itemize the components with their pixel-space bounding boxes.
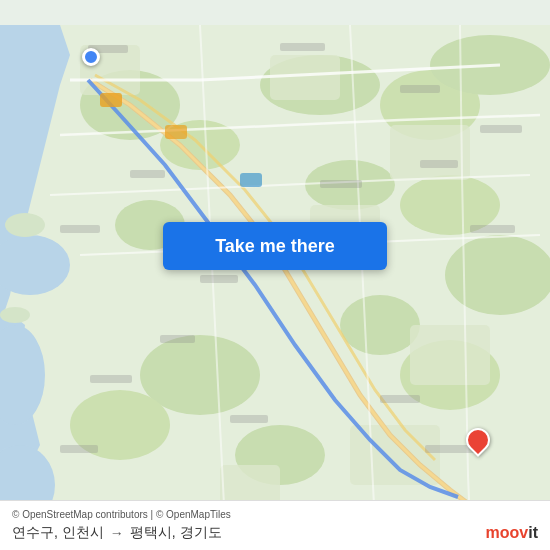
- destination-marker: [466, 428, 490, 460]
- origin-marker: [82, 48, 100, 66]
- svg-rect-34: [160, 335, 195, 343]
- svg-point-5: [0, 307, 30, 323]
- take-me-there-button[interactable]: Take me there: [163, 222, 387, 270]
- moovit-brand-plain: it: [528, 524, 538, 541]
- svg-rect-41: [480, 125, 522, 133]
- moovit-brand-colored: moov: [486, 524, 529, 541]
- origin-label: 연수구, 인천시: [12, 524, 104, 542]
- svg-rect-31: [130, 170, 165, 178]
- bottom-bar: © OpenStreetMap contributors | © OpenMap…: [0, 500, 550, 550]
- route-arrow-icon: →: [110, 525, 124, 541]
- map-background: [0, 0, 550, 550]
- svg-rect-36: [60, 445, 98, 453]
- svg-rect-40: [470, 225, 515, 233]
- svg-rect-21: [270, 55, 340, 100]
- svg-rect-28: [280, 43, 325, 51]
- svg-rect-33: [200, 275, 238, 283]
- svg-rect-44: [165, 125, 187, 139]
- svg-rect-32: [60, 225, 100, 233]
- svg-rect-29: [400, 85, 440, 93]
- svg-rect-24: [410, 325, 490, 385]
- svg-point-4: [5, 213, 45, 237]
- svg-rect-37: [380, 395, 420, 403]
- destination-label: 평택시, 경기도: [130, 524, 222, 542]
- svg-rect-39: [230, 415, 268, 423]
- svg-point-15: [445, 235, 550, 315]
- map-container: Take me there © OpenStreetMap contributo…: [0, 0, 550, 550]
- route-info: 연수구, 인천시 → 평택시, 경기도: [12, 524, 538, 542]
- moovit-logo: moovit: [486, 524, 538, 542]
- svg-rect-45: [240, 173, 262, 187]
- svg-rect-35: [90, 375, 132, 383]
- svg-rect-43: [100, 93, 122, 107]
- svg-point-13: [340, 295, 420, 355]
- svg-rect-30: [320, 180, 362, 188]
- svg-rect-42: [420, 160, 458, 168]
- map-attribution: © OpenStreetMap contributors | © OpenMap…: [12, 509, 538, 520]
- svg-rect-22: [390, 125, 470, 180]
